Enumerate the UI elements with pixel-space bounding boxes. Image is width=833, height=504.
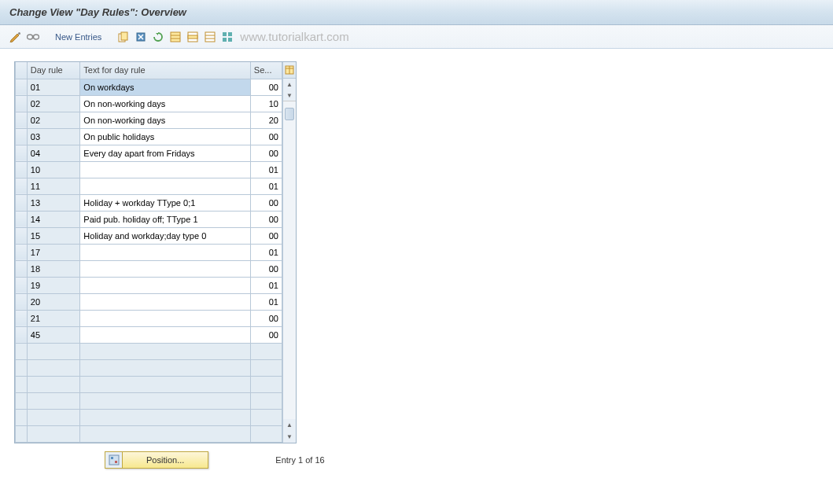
row-selector[interactable] [16, 293, 28, 310]
row-selector[interactable] [16, 145, 28, 161]
table-row[interactable]: 14Paid pub. holiday off; TType 100 [16, 211, 282, 227]
table-row[interactable]: 04Every day apart from Fridays00 [16, 145, 282, 161]
cell-seq[interactable]: 00 [250, 326, 282, 343]
cell-day-rule[interactable]: 11 [27, 178, 80, 194]
row-selector[interactable] [16, 260, 28, 277]
cell-text[interactable]: On workdays [80, 79, 250, 95]
toggle-display-change-icon[interactable] [8, 29, 24, 45]
table-row[interactable]: 2100 [16, 310, 282, 326]
cell-text[interactable] [80, 178, 250, 194]
scroll-up-icon[interactable]: ▲ [283, 79, 296, 90]
table-row[interactable]: 02On non-working days20 [16, 112, 282, 128]
cell-seq[interactable]: 10 [250, 95, 282, 112]
table-row[interactable]: 1901 [16, 277, 282, 293]
cell-seq[interactable]: 00 [250, 145, 282, 161]
scroll-track[interactable]: ▼ [283, 90, 296, 419]
day-rules-table[interactable]: Day rule Text for day rule Se... 01On wo… [15, 62, 282, 443]
row-selector[interactable] [16, 227, 28, 244]
cell-day-rule[interactable]: 14 [27, 211, 80, 227]
row-selector[interactable] [16, 194, 28, 211]
config-icon[interactable] [219, 29, 235, 45]
cell-text[interactable] [80, 244, 250, 260]
cell-day-rule[interactable]: 45 [27, 326, 80, 343]
cell-day-rule[interactable]: 13 [27, 194, 80, 211]
row-selector[interactable] [16, 161, 28, 178]
cell-seq[interactable]: 00 [250, 260, 282, 277]
cell-seq[interactable]: 00 [250, 310, 282, 326]
copy-as-icon[interactable] [116, 29, 131, 45]
deselect-all-icon[interactable] [202, 29, 218, 45]
cell-seq[interactable]: 01 [250, 161, 282, 178]
table-row[interactable]: 02On non-working days10 [16, 95, 282, 112]
cell-day-rule[interactable]: 18 [27, 260, 80, 277]
cell-seq[interactable]: 00 [250, 79, 282, 95]
cell-day-rule[interactable]: 20 [27, 293, 80, 310]
row-selector[interactable] [16, 79, 28, 95]
row-selector[interactable] [16, 178, 28, 194]
table-row[interactable]: 15Holiday and workday;day type 000 [16, 227, 282, 244]
cell-seq[interactable]: 01 [250, 293, 282, 310]
table-row[interactable]: 1101 [16, 178, 282, 194]
select-block-icon[interactable] [185, 29, 201, 45]
row-selector[interactable] [16, 244, 28, 260]
cell-seq[interactable]: 00 [250, 194, 282, 211]
column-header-seq[interactable]: Se... [250, 62, 282, 79]
cell-text[interactable]: Every day apart from Fridays [80, 145, 250, 161]
table-row[interactable]: 13Holiday + workday TType 0;100 [16, 194, 282, 211]
cell-seq[interactable]: 01 [250, 277, 282, 293]
cell-day-rule[interactable]: 02 [27, 112, 80, 128]
other-view-icon[interactable] [25, 29, 41, 45]
row-selector[interactable] [16, 277, 28, 293]
cell-text[interactable]: Holiday + workday TType 0;1 [80, 194, 250, 211]
table-row[interactable]: 2001 [16, 293, 282, 310]
cell-day-rule[interactable]: 15 [27, 227, 80, 244]
cell-seq[interactable]: 00 [250, 227, 282, 244]
cell-text[interactable]: Holiday and workday;day type 0 [80, 227, 250, 244]
cell-day-rule[interactable]: 02 [27, 95, 80, 112]
column-header-text[interactable]: Text for day rule [80, 62, 250, 79]
cell-day-rule[interactable]: 03 [27, 128, 80, 145]
cell-day-rule[interactable]: 21 [27, 310, 80, 326]
vertical-scrollbar[interactable]: ▲ ▼ ▲ ▼ [282, 62, 296, 443]
column-header-day-rule[interactable]: Day rule [27, 62, 80, 79]
cell-day-rule[interactable]: 17 [27, 244, 80, 260]
cell-text[interactable]: On non-working days [80, 95, 250, 112]
cell-seq[interactable]: 01 [250, 244, 282, 260]
cell-text[interactable] [80, 310, 250, 326]
scroll-down-icon[interactable]: ▼ [283, 431, 296, 443]
new-entries-button[interactable]: New Entries [50, 30, 106, 44]
cell-text[interactable]: On non-working days [80, 112, 250, 128]
cell-day-rule[interactable]: 19 [27, 277, 80, 293]
row-selector-header[interactable] [16, 62, 28, 79]
undo-change-icon[interactable] [150, 29, 166, 45]
table-row[interactable]: 03On public holidays00 [16, 128, 282, 145]
select-all-icon[interactable] [168, 29, 183, 45]
table-row[interactable]: 1701 [16, 244, 282, 260]
row-selector[interactable] [16, 326, 28, 343]
scroll-thumb[interactable] [285, 108, 294, 120]
scroll-up2-icon[interactable]: ▲ [283, 419, 296, 431]
position-button[interactable]: Position... [105, 451, 208, 469]
cell-seq[interactable]: 00 [250, 211, 282, 227]
cell-text[interactable]: On public holidays [80, 128, 250, 145]
table-row[interactable]: 1001 [16, 161, 282, 178]
row-selector[interactable] [16, 95, 28, 112]
table-settings-icon[interactable] [283, 62, 296, 79]
cell-day-rule[interactable]: 10 [27, 161, 80, 178]
cell-day-rule[interactable]: 04 [27, 145, 80, 161]
row-selector[interactable] [16, 310, 28, 326]
delete-icon[interactable] [133, 29, 149, 45]
row-selector[interactable] [16, 112, 28, 128]
cell-text[interactable] [80, 260, 250, 277]
cell-text[interactable] [80, 326, 250, 343]
table-row[interactable]: 4500 [16, 326, 282, 343]
cell-seq[interactable]: 00 [250, 128, 282, 145]
table-row[interactable]: 1800 [16, 260, 282, 277]
cell-text[interactable]: Paid pub. holiday off; TType 1 [80, 211, 250, 227]
cell-seq[interactable]: 01 [250, 178, 282, 194]
cell-day-rule[interactable]: 01 [27, 79, 80, 95]
scroll-page-down-icon[interactable]: ▼ [283, 90, 296, 101]
row-selector[interactable] [16, 211, 28, 227]
cell-seq[interactable]: 20 [250, 112, 282, 128]
table-row[interactable]: 01On workdays00 [16, 79, 282, 95]
